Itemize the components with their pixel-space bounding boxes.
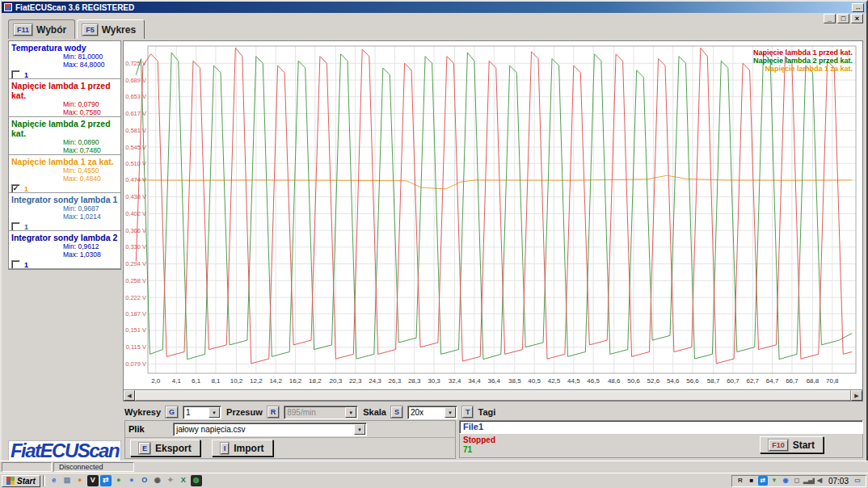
file-select[interactable]: jałowy napięcia.csv ▼	[173, 423, 367, 436]
przesuw-select[interactable]: 895/min ▼	[284, 406, 358, 419]
scrollbar-thumb[interactable]	[135, 390, 851, 401]
tray-green-arrow-icon[interactable]: ▼	[769, 476, 779, 486]
tray-r-icon[interactable]: R	[735, 476, 745, 486]
eye-app-icon[interactable]: ◉	[152, 475, 163, 486]
cloud-app-icon[interactable]: ●	[126, 475, 137, 486]
taskbar-divider	[43, 475, 45, 486]
sidebar: Temperatura wodyMin: 81,0000Max: 84,8000…	[8, 40, 121, 270]
chart: 0,725 V0,689 V0,653 V0,617 V0,581 V0,545…	[124, 41, 862, 389]
outlook-icon[interactable]: O	[139, 475, 150, 486]
x-axis-tick-label: 42,5	[548, 377, 561, 385]
tab-wykres[interactable]: F5Wykres	[77, 19, 145, 39]
wykresy-select[interactable]: 1 ▼	[183, 406, 221, 419]
y-axis-tick-label: 0,187 V	[125, 310, 146, 318]
chart-controls-row: Wykresy G 1 ▼ Przesuw R 895/min ▼ Skala …	[124, 404, 863, 420]
y-axis-tick-label: 0,258 V	[125, 277, 146, 284]
sensor-min: Min: 0,9687	[63, 204, 118, 212]
y-axis-tick-label: 0,438 V	[125, 193, 146, 200]
sensor-checkbox[interactable]	[11, 70, 20, 79]
sensor-max: Max: 1,0308	[63, 250, 118, 259]
skala-select[interactable]: 20x ▼	[407, 406, 457, 419]
y-axis-tick-label: 0,366 V	[125, 227, 146, 234]
x-axis-tick-label: 16,2	[289, 377, 302, 385]
x-axis-tick-label: 38,5	[508, 377, 521, 385]
browser-globe-icon[interactable]: ◍	[191, 475, 202, 486]
teamviewer-icon[interactable]: ⇄	[100, 475, 112, 486]
przesuw-label: Przesuw	[226, 407, 263, 417]
monitor-icon[interactable]: ▭	[853, 476, 862, 486]
tab-wybór[interactable]: F11Wybór	[8, 19, 75, 39]
y-axis-tick-label: 0,330 V	[125, 243, 146, 250]
excel-icon[interactable]: X	[178, 475, 189, 486]
y-axis-tick-label: 0,510 V	[125, 160, 146, 167]
gray-app-icon[interactable]: ✦	[165, 475, 176, 486]
tray-volume-icon[interactable]: ◀	[815, 476, 824, 486]
sensor-checkbox[interactable]	[11, 260, 20, 269]
x-axis-tick-label: 34,4	[468, 377, 481, 385]
legend-entry: Napięcie lambda 1 za kat.	[765, 65, 853, 73]
eksport-button[interactable]: E Eksport	[130, 440, 200, 456]
sensor-channel-label: 1	[24, 223, 28, 231]
taskbar-clock: 07:03	[826, 477, 851, 486]
chevron-down-icon[interactable]: ▼	[354, 424, 365, 435]
x-axis-tick-label: 56,6	[686, 377, 699, 385]
x-axis-tick-label: 12,2	[250, 377, 263, 385]
show-desktop-icon[interactable]: ▤	[61, 475, 73, 486]
mdi-restore-button[interactable]: □	[837, 14, 849, 23]
x-axis-tick-label: 22,3	[349, 377, 362, 385]
x-axis-tick-label: 54,6	[667, 377, 680, 385]
chevron-down-icon[interactable]: ▼	[445, 407, 456, 418]
v-app-icon[interactable]: V	[87, 475, 99, 486]
chevron-down-icon[interactable]: ▼	[345, 407, 356, 418]
x-axis-tick-label: 18,2	[309, 377, 322, 385]
y-axis-tick-label: 0,689 V	[125, 77, 146, 84]
x-axis-tick-label: 46,5	[587, 377, 600, 385]
tab-label: Wybór	[36, 24, 66, 36]
x-axis-tick-label: 10,2	[230, 377, 243, 385]
tagi-label: Tagi	[478, 407, 495, 417]
tray-signal-icon[interactable]: ▂▄▆	[803, 476, 813, 486]
chevron-down-icon[interactable]: ▼	[209, 407, 220, 418]
y-axis-tick-label: 0,617 V	[125, 110, 146, 117]
sensor-name: Napięcie lambda 2 przed kat.	[11, 119, 118, 138]
taskbar: Start e▤●V⇄●●O◉✦X◍ R■⇄▼◉◻▂▄▆◀ 07:03 ▭	[0, 473, 868, 488]
tray-black-square-icon[interactable]: ■	[747, 476, 756, 486]
start-menu-button[interactable]: Start	[2, 475, 40, 487]
app-icon	[4, 3, 12, 11]
y-axis-tick-label: 0,294 V	[125, 260, 146, 267]
mdi-minimize-button[interactable]: _	[824, 14, 836, 23]
x-axis-tick-label: 50,6	[627, 377, 640, 385]
x-axis-tick-label: 44,5	[567, 377, 580, 385]
sensor-checkbox[interactable]: ✓	[11, 184, 20, 193]
y-axis-tick-label: 0,402 V	[125, 210, 146, 217]
app-window: FiatECUScan 3.6 REGISTERED ↔ _ □ × F11Wy…	[0, 0, 868, 473]
sensor-card: Temperatura wodyMin: 81,0000Max: 84,8000…	[9, 41, 120, 79]
x-axis-tick-label: 20,3	[330, 377, 343, 385]
x-axis-tick-label: 28,3	[408, 377, 421, 385]
scroll-right-arrow-icon[interactable]: ▶	[851, 390, 862, 401]
sensor-checkbox[interactable]	[11, 222, 20, 231]
media-player-icon[interactable]: ●	[74, 475, 86, 486]
plik-label: Plik	[129, 424, 173, 434]
sensor-card: Napięcie lambda 1 za kat.Min: 0,4550Max:…	[9, 155, 120, 193]
start-button[interactable]: F10 Start	[760, 436, 824, 453]
sensor-channel-label: 1	[24, 261, 28, 269]
x-axis-tick-label: 60,7	[727, 377, 739, 385]
scroll-left-arrow-icon[interactable]: ◀	[124, 390, 135, 401]
internet-explorer-icon[interactable]: e	[48, 475, 60, 486]
y-axis-tick-label: 0,581 V	[125, 127, 146, 134]
mdi-close-button[interactable]: ×	[851, 14, 863, 23]
sensor-min: Min: 0,0790	[63, 100, 118, 108]
tray-blue-icon[interactable]: ◉	[781, 476, 790, 486]
x-axis-tick-label: 6,1	[192, 377, 201, 385]
x-axis-tick-label: 52,6	[647, 377, 660, 385]
chart-horizontal-scrollbar[interactable]: ◀ ▶	[124, 389, 862, 401]
green-app-icon[interactable]: ●	[113, 475, 124, 486]
import-button[interactable]: I Import	[212, 440, 273, 456]
sensor-card: Integrator sondy lambda 1Min: 0,9687Max:…	[9, 193, 120, 231]
app-logo: FiatECUScan	[8, 440, 121, 461]
titlebar-resize-button[interactable]: ↔	[852, 3, 864, 12]
x-axis-tick-label: 70,8	[826, 377, 839, 385]
tray-lock-icon[interactable]: ◻	[792, 476, 802, 486]
tray-teamviewer-icon[interactable]: ⇄	[758, 476, 768, 486]
